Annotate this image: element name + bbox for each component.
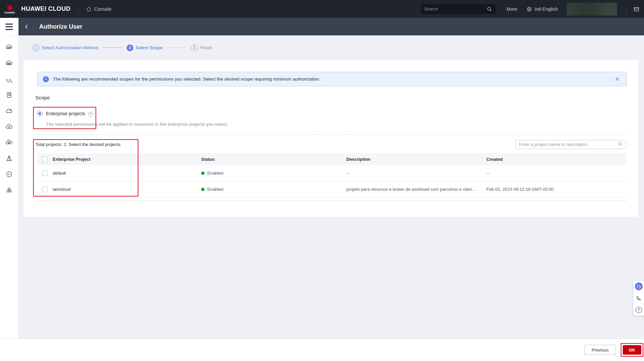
search-icon[interactable]: [486, 6, 492, 12]
table-header-row: Enterprise Project Status Description Cr…: [37, 153, 626, 165]
cloud-image-icon[interactable]: [5, 59, 13, 67]
svg-text:IP: IP: [8, 173, 10, 176]
sidebar-divider: [3, 35, 15, 36]
main-content: 1 Select Authorization Method 2 Select S…: [19, 35, 644, 338]
home-icon: [86, 6, 92, 12]
project-search: [515, 140, 626, 149]
select-all-checkbox[interactable]: [42, 157, 48, 162]
console-link[interactable]: Console: [86, 6, 111, 12]
scope-description: The selected permissions will be applied…: [46, 122, 228, 127]
project-search-input[interactable]: [519, 142, 617, 147]
step-connector: [103, 48, 122, 48]
info-icon: i: [43, 76, 49, 82]
cloud-server-icon[interactable]: [5, 43, 13, 52]
annotation-box-ok: OK: [621, 343, 643, 357]
service-sidebar: IP: [0, 18, 19, 361]
enterprise-projects-label: Enterprise projects: [46, 111, 85, 116]
column-header-status: Status: [201, 157, 346, 162]
scope-card: i The following are recommended scopes f…: [24, 60, 638, 217]
cloud-upload-icon[interactable]: [5, 123, 13, 131]
globe-icon: [526, 6, 532, 12]
storage-device-icon[interactable]: [5, 91, 13, 99]
scope-heading: Scope: [35, 95, 50, 100]
status-text: Enabled: [207, 187, 223, 192]
global-search: [421, 4, 496, 14]
cloud-group-icon[interactable]: [5, 107, 13, 115]
menu-toggle-icon[interactable]: [0, 18, 19, 35]
mail-icon[interactable]: [633, 6, 639, 12]
eip-icon[interactable]: IP: [5, 170, 13, 178]
search-icon[interactable]: [617, 141, 623, 148]
column-header-description: Description: [346, 157, 486, 162]
huawei-logo-text: HUAWEI: [5, 11, 15, 14]
phone-icon[interactable]: [635, 294, 643, 302]
previous-button[interactable]: Previous: [584, 345, 616, 355]
status-enabled-dot: [201, 188, 205, 191]
huawei-logo[interactable]: ❀ HUAWEI: [3, 4, 17, 14]
back-button[interactable]: [20, 18, 33, 35]
brand-title: HUAWEI CLOUD: [21, 5, 71, 12]
info-banner-text: The following are recommended scopes for…: [53, 77, 613, 82]
step-select-scope: 2 Select Scope: [127, 44, 163, 51]
project-name: tamcloud: [53, 187, 201, 192]
projects-table: Enterprise Project Status Description Cr…: [37, 153, 626, 198]
section-divider: [37, 134, 627, 135]
project-name: default: [53, 171, 201, 176]
wizard-steps: 1 Select Authorization Method 2 Select S…: [19, 35, 644, 60]
step-label: Select Authorization Method: [42, 45, 98, 50]
cluster-icon[interactable]: [5, 186, 13, 194]
project-description: --: [346, 171, 486, 176]
project-created: Feb 02, 2023 09:12:18 GMT-03:00: [486, 187, 626, 192]
info-banner: i The following are recommended scopes f…: [37, 72, 627, 86]
step-number: 3: [191, 44, 198, 51]
column-header-created: Created: [486, 157, 626, 162]
language-menu[interactable]: Intl-English: [526, 6, 558, 12]
close-icon[interactable]: ✕: [613, 75, 621, 84]
help-icon[interactable]: ?: [88, 112, 93, 117]
beacon-icon[interactable]: [5, 154, 13, 162]
header-divider: [626, 5, 626, 13]
section-divider: [37, 201, 627, 201]
support-widget: ?: [633, 281, 644, 315]
step-number: 1: [32, 44, 39, 51]
language-label: Intl-English: [535, 6, 558, 12]
page-title: Authorize User: [39, 23, 82, 30]
step-select-authorization-method: 1 Select Authorization Method: [32, 44, 98, 51]
step-finish: 3 Finish: [191, 44, 212, 51]
more-menu[interactable]: More: [507, 6, 517, 12]
cloud-schedule-icon[interactable]: [5, 139, 13, 147]
console-label: Console: [94, 6, 111, 12]
projects-summary: Total projects: 2. Select the desired pr…: [35, 142, 122, 147]
status-text: Enabled: [207, 171, 223, 176]
top-header: ❀ HUAWEI HUAWEI CLOUD Console More In: [0, 0, 644, 18]
titlebar-divider: [33, 23, 34, 30]
footer-bar: Previous OK: [0, 338, 644, 361]
global-search-input[interactable]: [424, 6, 486, 11]
ok-button[interactable]: OK: [623, 345, 641, 355]
auto-scaling-icon[interactable]: [5, 75, 13, 83]
headset-icon[interactable]: [635, 282, 643, 290]
step-number: 2: [127, 44, 133, 51]
header-divider: [78, 5, 78, 13]
enterprise-projects-radio[interactable]: [37, 111, 43, 116]
project-description: projeto para recursos e testes de worklo…: [346, 187, 486, 192]
huawei-flower-icon: ❀: [6, 4, 13, 11]
table-row[interactable]: tamcloud Enabled projeto para recursos e…: [37, 181, 626, 198]
project-created: --: [486, 171, 626, 176]
step-connector: [167, 48, 187, 48]
select-row-checkbox[interactable]: [42, 187, 48, 192]
column-header-enterprise-project: Enterprise Project: [53, 157, 201, 162]
table-row[interactable]: default Enabled -- --: [37, 165, 626, 181]
question-icon[interactable]: ?: [635, 306, 643, 314]
scope-option-row: Enterprise projects ?: [37, 110, 93, 117]
step-label: Finish: [200, 45, 212, 50]
account-redacted[interactable]: [567, 3, 617, 16]
status-enabled-dot: [201, 172, 205, 175]
title-bar: Authorize User: [19, 18, 644, 35]
step-label: Select Scope: [136, 45, 163, 50]
select-row-checkbox[interactable]: [42, 171, 48, 176]
